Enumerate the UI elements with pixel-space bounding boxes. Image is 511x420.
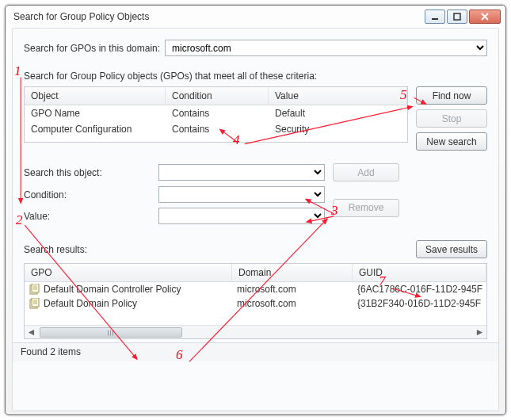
- criteria-form: Search this object: Add Condition: Remov…: [24, 163, 487, 224]
- dialog-content: Search for GPOs in this domain: microsof…: [12, 28, 499, 411]
- condition-select[interactable]: [158, 186, 325, 203]
- find-now-button[interactable]: Find now: [416, 86, 487, 105]
- col-domain[interactable]: Domain: [232, 264, 353, 281]
- scroll-right-icon[interactable]: ►: [473, 326, 486, 338]
- titlebar: Search for Group Policy Objects: [6, 6, 505, 28]
- result-guid: {31B2F340-016D-11D2-945F: [357, 298, 481, 309]
- criteria-table[interactable]: Object Condition Value GPO Name Contains…: [24, 86, 408, 143]
- domain-label: Search for GPOs in this domain:: [24, 43, 160, 54]
- search-object-select[interactable]: [158, 164, 325, 181]
- col-guid[interactable]: GUID: [353, 264, 486, 281]
- criteria-row[interactable]: Computer Configuration Contains Security: [25, 121, 407, 137]
- condition-label: Condition:: [24, 189, 151, 200]
- gpo-icon: [29, 284, 40, 295]
- criteria-cell-value: Default: [269, 105, 407, 121]
- save-results-button[interactable]: Save results: [416, 240, 487, 258]
- criteria-cell-object: Computer Configuration: [25, 121, 166, 137]
- svg-rect-0: [432, 18, 438, 20]
- criteria-cell-condition: Contains: [166, 121, 269, 137]
- status-bar: Found 2 items: [13, 342, 498, 361]
- domain-row: Search for GPOs in this domain: microsof…: [24, 40, 487, 56]
- criteria-cell-condition: Contains: [166, 105, 269, 121]
- add-button[interactable]: Add: [333, 163, 399, 181]
- col-gpo[interactable]: GPO: [25, 264, 232, 281]
- gpo-icon: [29, 298, 40, 309]
- results-columns: GPO Domain GUID: [25, 264, 486, 282]
- result-guid: {6AC1786C-016F-11D2-945F: [357, 284, 482, 295]
- col-value[interactable]: Value: [269, 87, 407, 105]
- results-label: Search results:: [24, 244, 416, 255]
- scroll-thumb[interactable]: [40, 327, 182, 338]
- annotation-1: 1: [14, 63, 21, 79]
- new-search-button[interactable]: New search: [416, 132, 487, 151]
- results-row[interactable]: Default Domain Controller Policy microso…: [25, 282, 486, 296]
- col-object[interactable]: Object: [25, 87, 166, 105]
- results-row[interactable]: Default Domain Policy microsoft.com {31B…: [25, 296, 486, 311]
- criteria-cell-object: GPO Name: [25, 105, 166, 121]
- minimize-button[interactable]: [425, 10, 445, 24]
- criteria-area: Object Condition Value GPO Name Contains…: [24, 86, 487, 151]
- result-gpo: Default Domain Controller Policy: [44, 284, 181, 295]
- result-domain: microsoft.com: [237, 284, 296, 295]
- window-controls: [425, 10, 501, 24]
- remove-button[interactable]: Remove: [333, 199, 399, 217]
- scroll-left-icon[interactable]: ◄: [25, 326, 38, 338]
- results-header: Search results: Save results: [24, 240, 487, 258]
- criteria-columns: Object Condition Value: [25, 87, 407, 105]
- result-gpo: Default Domain Policy: [44, 298, 137, 309]
- results-table[interactable]: GPO Domain GUID Default Domain Controlle…: [24, 263, 487, 339]
- stop-button[interactable]: Stop: [416, 109, 487, 128]
- criteria-header: Search for Group Policy objects (GPOs) t…: [24, 71, 487, 82]
- value-label: Value:: [24, 211, 151, 222]
- maximize-button[interactable]: [447, 10, 467, 24]
- close-button[interactable]: [469, 10, 501, 24]
- criteria-cell-value: Security: [269, 121, 407, 137]
- svg-rect-1: [454, 13, 460, 20]
- dialog-window: Search for Group Policy Objects Search f…: [5, 5, 506, 415]
- search-object-label: Search this object:: [24, 167, 151, 178]
- result-domain: microsoft.com: [237, 298, 296, 309]
- criteria-row[interactable]: GPO Name Contains Default: [25, 105, 407, 121]
- col-condition[interactable]: Condition: [166, 87, 269, 105]
- value-select[interactable]: [158, 208, 325, 224]
- domain-select[interactable]: microsoft.com: [165, 40, 487, 56]
- results-horizontal-scrollbar[interactable]: ◄ ►: [25, 325, 486, 338]
- window-title: Search for Group Policy Objects: [10, 11, 425, 22]
- annotation-2: 2: [16, 212, 23, 228]
